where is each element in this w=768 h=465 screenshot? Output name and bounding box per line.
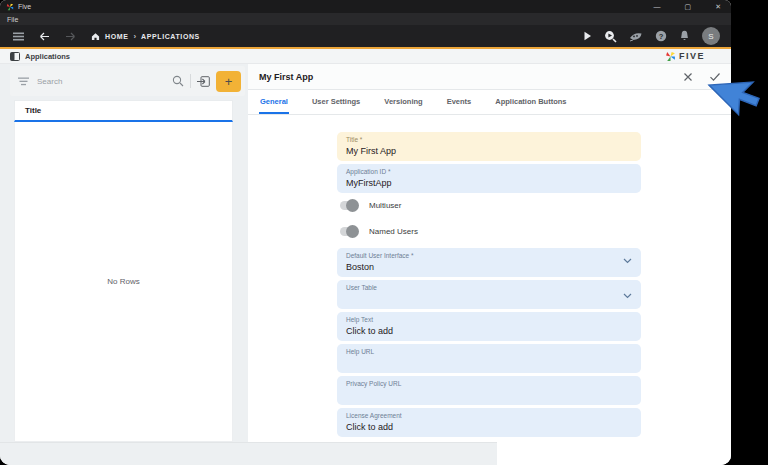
detail-form: Title * My First App Application ID * My… <box>248 115 731 440</box>
toggle-multiuser[interactable]: Multiuser <box>340 196 731 214</box>
multiuser-label: Multiuser <box>369 201 401 210</box>
search-icon[interactable] <box>172 75 184 87</box>
filter-icon[interactable] <box>18 77 30 86</box>
switch-knob <box>346 199 359 212</box>
detail-header: My First App <box>248 64 731 90</box>
tab-application-buttons[interactable]: Application Buttons <box>494 90 567 114</box>
forward-icon[interactable] <box>65 32 76 41</box>
tab-events[interactable]: Events <box>446 90 473 114</box>
chevron-down-icon[interactable] <box>623 258 632 264</box>
tab-versioning[interactable]: Versioning <box>383 90 423 114</box>
tab-user-settings[interactable]: User Settings <box>311 90 361 114</box>
field-help-text-label: Help Text <box>346 316 632 324</box>
add-button-label: + <box>225 74 233 89</box>
breadcrumb-home[interactable]: HOME <box>105 33 128 40</box>
navbar: HOME › APPLICATIONS ? <box>0 25 731 47</box>
avatar[interactable]: S <box>702 27 720 45</box>
preview-icon[interactable] <box>604 30 617 43</box>
field-privacy-policy-url-label: Privacy Policy URL <box>346 380 632 388</box>
back-icon[interactable] <box>39 32 50 41</box>
field-license-agreement-value[interactable]: Click to add <box>346 421 632 433</box>
field-application-id-label: Application ID * <box>346 168 632 176</box>
app-window: Five — ▢ ✕ File <box>0 0 731 465</box>
field-user-table-value[interactable] <box>346 293 632 305</box>
cancel-button[interactable] <box>683 72 693 82</box>
field-help-url-value[interactable] <box>346 357 632 369</box>
field-user-table-label: User Table <box>346 284 632 292</box>
panel-icon <box>10 52 20 61</box>
field-default-user-interface[interactable]: Default User Interface * Boston <box>337 248 641 277</box>
menubar: File <box>0 13 731 25</box>
field-application-id[interactable]: Application ID * MyFirstApp <box>337 164 641 193</box>
multiuser-switch[interactable] <box>340 201 357 210</box>
save-button[interactable] <box>709 72 721 82</box>
field-help-url-label: Help URL <box>346 348 632 356</box>
field-privacy-policy-url-value[interactable] <box>346 389 632 401</box>
close-button[interactable]: ✕ <box>715 0 721 13</box>
toggle-named-users[interactable]: Named Users <box>340 222 731 240</box>
brand-wordmark: FIVE <box>679 51 705 61</box>
empty-state: No Rows <box>107 277 139 286</box>
breadcrumb-current[interactable]: APPLICATIONS <box>141 33 200 40</box>
field-application-id-value[interactable]: MyFirstApp <box>346 177 632 189</box>
brand: FIVE <box>665 51 705 62</box>
field-title[interactable]: Title * My First App <box>337 132 641 161</box>
field-user-table[interactable]: User Table <box>337 280 641 309</box>
open-record-icon[interactable] <box>197 76 210 87</box>
bell-icon[interactable] <box>679 30 690 42</box>
search-input[interactable]: Search <box>37 77 172 86</box>
list-footer <box>0 442 497 465</box>
five-logo-icon <box>6 3 14 11</box>
field-privacy-policy-url[interactable]: Privacy Policy URL <box>337 376 641 405</box>
home-icon[interactable] <box>91 32 100 41</box>
page-title: Applications <box>25 52 70 61</box>
divider <box>190 74 191 88</box>
minimize-button[interactable]: — <box>654 0 661 13</box>
run-play-icon[interactable] <box>583 31 592 41</box>
switch-knob <box>346 225 359 238</box>
detail-title: My First App <box>259 72 313 82</box>
svg-text:?: ? <box>659 32 664 41</box>
help-icon[interactable]: ? <box>655 30 667 42</box>
file-menu[interactable]: File <box>7 16 18 23</box>
hamburger-icon[interactable] <box>13 32 24 41</box>
records-list[interactable]: No Rows <box>14 122 233 442</box>
search-bar[interactable]: Search + <box>10 66 245 96</box>
field-default-user-interface-value[interactable]: Boston <box>346 261 632 273</box>
breadcrumb-separator-icon: › <box>133 32 136 41</box>
maximize-button[interactable]: ▢ <box>685 0 692 13</box>
named-users-label: Named Users <box>369 227 418 236</box>
breadcrumb: HOME › APPLICATIONS <box>91 32 200 41</box>
detail-tabs: General User Settings Versioning Events … <box>248 90 731 115</box>
field-title-value[interactable]: My First App <box>346 145 632 157</box>
avatar-initial: S <box>708 32 713 41</box>
column-header-title[interactable]: Title <box>14 100 233 122</box>
field-license-agreement[interactable]: License Agreement Click to add <box>337 408 641 437</box>
field-title-label: Title * <box>346 136 632 144</box>
field-license-agreement-label: License Agreement <box>346 412 632 420</box>
add-button[interactable]: + <box>216 71 241 92</box>
titlebar: Five — ▢ ✕ <box>0 0 731 13</box>
field-help-url[interactable]: Help URL <box>337 344 641 373</box>
list-panel: Search + Title No Rows <box>0 64 248 465</box>
appbar: Applications FIVE <box>0 49 731 64</box>
close-icon <box>683 72 693 82</box>
named-users-switch[interactable] <box>340 227 357 236</box>
tab-general[interactable]: General <box>259 90 289 114</box>
field-help-text[interactable]: Help Text Click to add <box>337 312 641 341</box>
field-help-text-value[interactable]: Click to add <box>346 325 632 337</box>
main-area: Search + Title No Rows <box>0 64 731 465</box>
detail-panel: My First App General User <box>248 64 731 465</box>
field-default-user-interface-label: Default User Interface * <box>346 252 632 260</box>
chevron-down-icon[interactable] <box>623 293 632 299</box>
check-icon <box>709 72 721 82</box>
window-title: Five <box>18 3 31 10</box>
deploy-rocket-icon[interactable] <box>629 31 643 42</box>
five-brand-icon <box>665 51 676 62</box>
